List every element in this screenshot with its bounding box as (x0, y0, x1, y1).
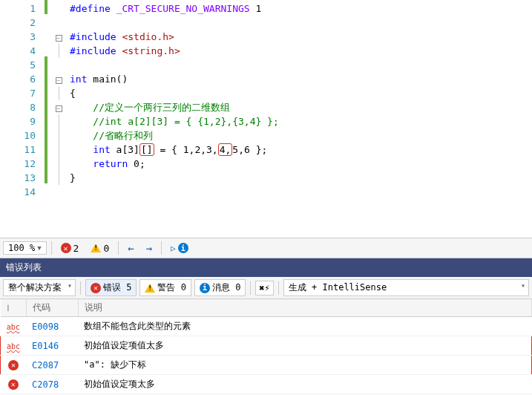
error-count[interactable]: ✕2 (56, 243, 84, 254)
fold-column[interactable]: − − − (47, 0, 70, 238)
play-icon: ▷ (171, 244, 176, 253)
source-dropdown[interactable]: 生成 + IntelliSense (283, 279, 529, 296)
messages-filter-button[interactable]: i消息 0 (194, 279, 246, 296)
warning-count[interactable]: 0 (86, 243, 114, 254)
editor-status-bar: 100 %▼ ✕2 0 ← → ▷i (0, 238, 532, 258)
fold-icon[interactable]: − (56, 77, 62, 84)
fold-icon[interactable]: − (56, 105, 62, 112)
error-icon: ✕ (8, 360, 19, 370)
nav-next-button[interactable]: → (142, 242, 157, 254)
run-info[interactable]: ▷i (166, 243, 193, 253)
clear-filter-button[interactable]: ✖⚡ (255, 281, 273, 296)
info-icon: i (178, 243, 188, 253)
error-code: E0098 (26, 317, 78, 336)
error-code: C2087 (26, 356, 78, 375)
table-row[interactable]: ✕C2087"a": 缺少下标 (1, 356, 532, 375)
error-desc: 初始值设定项太多 (78, 375, 531, 394)
fold-icon[interactable]: − (56, 35, 62, 42)
warnings-filter-button[interactable]: 警告 0 (139, 279, 191, 296)
table-row[interactable]: ✕C2078初始值设定项太多 (1, 375, 532, 394)
col-desc[interactable]: 说明 (78, 299, 531, 317)
error-code: E0146 (26, 336, 78, 356)
col-icon[interactable]: ⁞ (1, 299, 27, 317)
line-number-gutter: 1234567891011121314 (0, 0, 45, 238)
wand-icon: ✖⚡ (259, 283, 269, 293)
col-code[interactable]: 代码 (26, 299, 78, 317)
error-desc: "a": 缺少下标 (78, 356, 531, 375)
code-editor[interactable]: 1234567891011121314 − − − #define _CRT_S… (0, 0, 532, 238)
table-row[interactable]: abcE0146初始值设定项值太多 (1, 336, 532, 356)
scope-dropdown[interactable]: 整个解决方案 (3, 279, 76, 296)
intellisense-error-icon: abc (7, 323, 20, 331)
error-icon: ✕ (91, 283, 101, 293)
error-table: ⁞ 代码 说明 abcE0098数组不能包含此类型的元素abcE0146初始值设… (0, 299, 532, 395)
intellisense-error-icon: abc (7, 342, 20, 350)
error-desc: 数组不能包含此类型的元素 (78, 317, 531, 336)
error-code: C2078 (26, 375, 78, 394)
errors-filter-button[interactable]: ✕错误 5 (85, 279, 137, 296)
error-highlight: [] (139, 143, 154, 156)
error-desc: 初始值设定项值太多 (78, 336, 531, 356)
error-list-toolbar: 整个解决方案 ✕错误 5 警告 0 i消息 0 ✖⚡ 生成 + IntelliS… (0, 277, 532, 299)
error-icon: ✕ (8, 379, 19, 390)
error-list-header: 错误列表 (0, 258, 532, 277)
code-area[interactable]: #define _CRT_SECURE_NO_WARNINGS 1 #inclu… (70, 0, 532, 238)
error-highlight: 4, (218, 143, 233, 156)
info-icon: i (200, 283, 210, 293)
error-icon: ✕ (61, 243, 71, 253)
zoom-dropdown[interactable]: 100 %▼ (3, 241, 47, 255)
nav-prev-button[interactable]: ← (123, 242, 138, 254)
table-row[interactable]: abcE0098数组不能包含此类型的元素 (1, 317, 532, 336)
warning-icon (145, 284, 155, 293)
warning-icon (91, 244, 101, 252)
